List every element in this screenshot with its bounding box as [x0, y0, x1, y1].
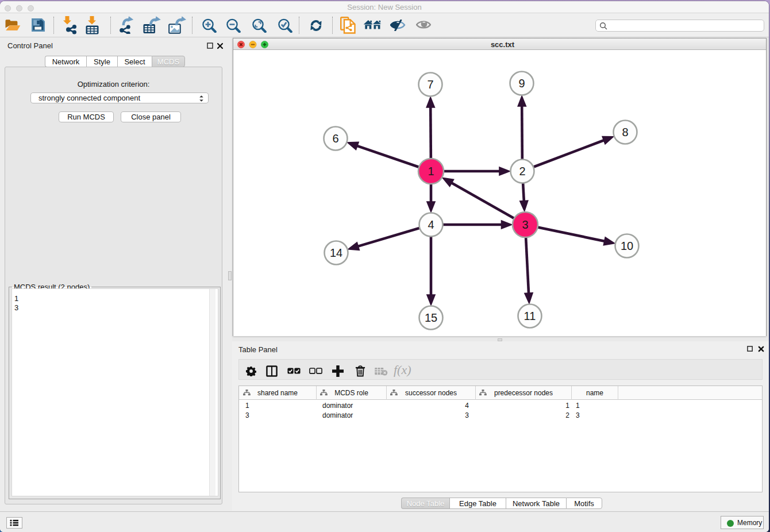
svg-text:9: 9 [518, 77, 525, 90]
svg-text:11: 11 [524, 310, 536, 322]
svg-text:7: 7 [427, 78, 433, 91]
svg-text:10: 10 [621, 240, 633, 252]
svg-text:1: 1 [428, 165, 434, 178]
svg-text:14: 14 [330, 246, 342, 259]
svg-text:8: 8 [622, 126, 628, 138]
svg-text:4: 4 [428, 218, 434, 231]
svg-text:15: 15 [425, 311, 437, 324]
svg-text:3: 3 [522, 218, 528, 231]
svg-text:2: 2 [519, 165, 525, 178]
svg-text:6: 6 [332, 132, 338, 145]
